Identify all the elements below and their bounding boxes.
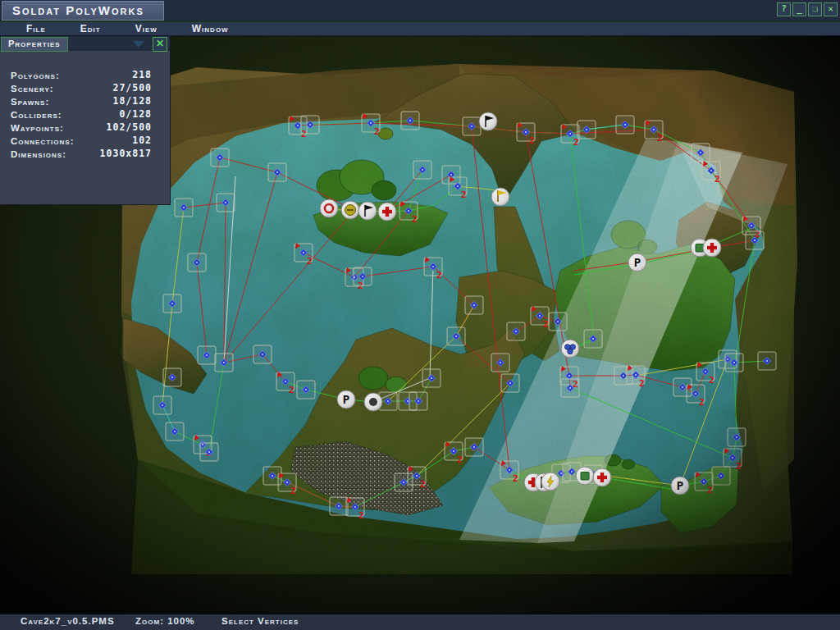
property-row: Colliders:0/128	[11, 108, 152, 121]
property-value: 102/500	[107, 121, 152, 135]
property-label: Dimensions:	[11, 148, 66, 161]
app-window: 22222222222222222222222222PPP Soldat Pol…	[0, 0, 840, 630]
property-value: 102	[132, 135, 152, 148]
maximize-button[interactable]: ❏	[808, 2, 822, 16]
property-row: Scenery:27/500	[11, 82, 152, 95]
property-row: Polygons:218	[11, 69, 152, 82]
property-row: Connections:102	[11, 135, 152, 148]
window-title: Soldat PolyWorks	[2, 1, 164, 21]
menu-item-edit[interactable]: Edit	[75, 22, 106, 35]
properties-panel-body: Polygons:218Scenery:27/500Spawns:18/128C…	[0, 51, 170, 161]
property-value: 0/128	[119, 108, 152, 121]
close-button[interactable]: ✕	[824, 2, 838, 16]
minimize-button[interactable]: _	[792, 2, 806, 16]
property-label: Polygons:	[11, 69, 60, 82]
property-label: Connections:	[11, 135, 74, 148]
properties-panel-titlebar[interactable]: Properties ✕	[0, 36, 170, 51]
menu-item-window[interactable]: Window	[187, 22, 234, 35]
property-row: Spawns:18/128	[11, 95, 152, 108]
status-mode: Select Vertices	[221, 616, 299, 626]
panel-close-button[interactable]: ✕	[153, 37, 167, 52]
properties-panel: Properties ✕ Polygons:218Scenery:27/500S…	[0, 36, 171, 205]
menu-item-file[interactable]: File	[21, 22, 51, 35]
property-label: Scenery:	[11, 82, 54, 95]
status-filename: Cave2k7_v0.5.PMS	[21, 616, 115, 626]
status-bar: Cave2k7_v0.5.PMS Zoom: 100% Select Verti…	[0, 613, 840, 630]
property-row: Dimensions:1030x817	[11, 148, 152, 161]
menu-bar: FileEditViewWindow	[0, 22, 840, 36]
property-value: 1030x817	[100, 148, 152, 161]
status-zoom: Zoom: 100%	[135, 616, 195, 626]
window-controls: ?_❏✕	[777, 2, 838, 16]
title-bar[interactable]: Soldat PolyWorks ?_❏✕	[0, 0, 840, 22]
property-label: Spawns:	[11, 95, 49, 108]
property-value: 27/500	[112, 82, 152, 95]
properties-panel-title[interactable]: Properties	[1, 37, 68, 52]
property-value: 218	[132, 69, 152, 82]
property-label: Waypoints:	[11, 121, 64, 135]
menu-item-view[interactable]: View	[130, 22, 162, 35]
help-button[interactable]: ?	[777, 2, 791, 16]
chevron-down-icon[interactable]	[133, 41, 144, 48]
property-row: Waypoints:102/500	[11, 121, 152, 135]
property-value: 18/128	[112, 95, 152, 108]
property-label: Colliders:	[11, 108, 62, 121]
